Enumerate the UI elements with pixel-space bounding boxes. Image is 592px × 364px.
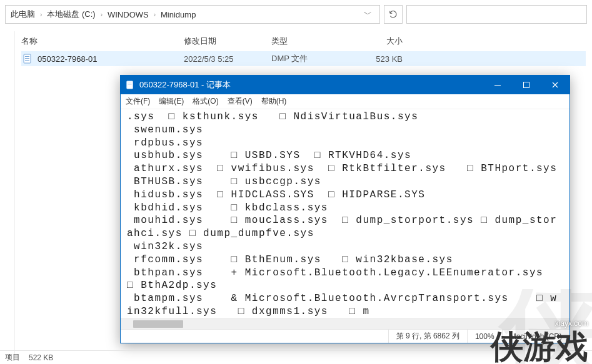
crumb-drive[interactable]: 本地磁盘 (C:) [46, 9, 96, 20]
menu-help[interactable]: 帮助(H) [261, 96, 287, 107]
address-bar[interactable]: 此电脑 › 本地磁盘 (C:) › WINDOWS › Minidump ﹀ [5, 5, 380, 24]
column-headers: 名称 修改日期 类型 大小 [21, 31, 586, 51]
status-items: 项目 [5, 352, 20, 363]
titlebar[interactable]: 050322-7968-01 - 记事本 [121, 76, 569, 94]
notepad-window: 050322-7968-01 - 记事本 文件(F) 编辑(E) 格式(O) 查… [120, 75, 570, 343]
svg-rect-2 [25, 58, 29, 59]
col-size[interactable]: 大小 [346, 36, 403, 47]
file-date: 2022/5/3 5:25 [184, 54, 271, 64]
menu-view[interactable]: 查看(V) [228, 96, 253, 107]
file-row[interactable]: 050322-7968-01 2022/5/3 5:25 DMP 文件 523 … [21, 51, 586, 66]
col-name[interactable]: 名称 [21, 36, 184, 47]
notepad-icon [126, 81, 134, 89]
file-type: DMP 文件 [271, 53, 346, 64]
chevron-down-icon[interactable]: ﹀ [360, 9, 376, 20]
svg-rect-1 [25, 56, 29, 57]
file-size: 523 KB [346, 54, 403, 64]
refresh-button[interactable] [384, 5, 403, 24]
text-area[interactable]: .sys □ ksthunk.sys □ NdisVirtualBus.sys … [121, 109, 569, 318]
zoom-level: 100% [467, 330, 502, 343]
minimize-button[interactable] [483, 76, 512, 94]
maximize-button[interactable] [512, 76, 541, 94]
svg-rect-7 [494, 85, 501, 86]
encoding: Macintosh (CR) [502, 330, 569, 343]
menu-edit[interactable]: 编辑(E) [159, 96, 184, 107]
svg-rect-8 [524, 82, 529, 88]
svg-rect-6 [128, 84, 132, 85]
chevron-right-icon: › [150, 11, 159, 18]
file-icon [21, 53, 34, 64]
crumb-pc[interactable]: 此电脑 [9, 9, 36, 20]
crumb-windows[interactable]: WINDOWS [106, 10, 150, 19]
notepad-statusbar: 第 9 行, 第 6862 列 100% Macintosh (CR) [121, 329, 569, 343]
crumb-minidump[interactable]: Minidump [159, 10, 197, 19]
status-size: 522 KB [29, 353, 53, 362]
cursor-position: 第 9 行, 第 6862 列 [388, 330, 467, 343]
menu-file[interactable]: 文件(F) [126, 96, 150, 107]
svg-rect-3 [25, 60, 29, 61]
col-type[interactable]: 类型 [271, 36, 346, 47]
nav-panel-edge [0, 31, 15, 354]
chevron-right-icon: › [36, 11, 46, 18]
chevron-right-icon: › [97, 11, 106, 18]
menu-bar: 文件(F) 编辑(E) 格式(O) 查看(V) 帮助(H) [121, 94, 569, 109]
window-title: 050322-7968-01 - 记事本 [139, 79, 231, 91]
explorer-statusbar: 项目 522 KB [0, 350, 592, 364]
col-date[interactable]: 修改日期 [184, 36, 271, 47]
svg-rect-5 [128, 83, 132, 84]
close-button[interactable] [541, 76, 569, 94]
menu-format[interactable]: 格式(O) [193, 96, 218, 107]
horizontal-scrollbar[interactable] [121, 318, 569, 329]
search-input[interactable] [406, 5, 587, 24]
file-name: 050322-7968-01 [38, 54, 184, 64]
